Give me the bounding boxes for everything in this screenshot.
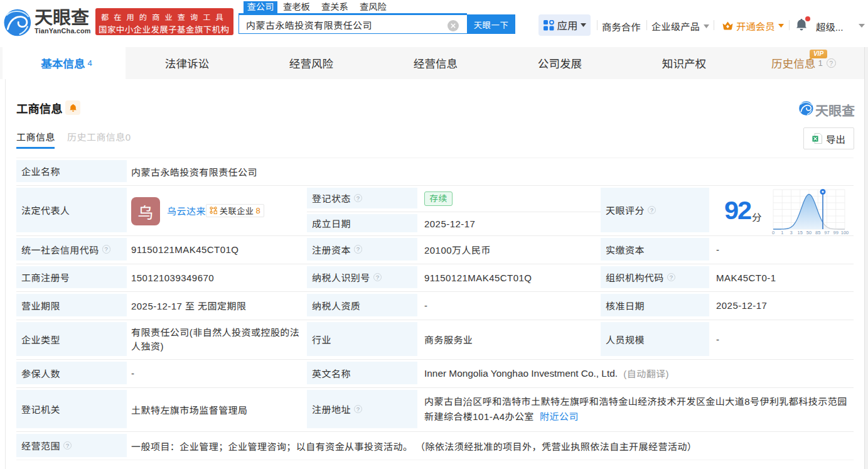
svg-text:100: 100 xyxy=(841,230,849,235)
svg-text:3: 3 xyxy=(790,230,792,235)
svg-text:97: 97 xyxy=(824,230,829,235)
svg-text:15: 15 xyxy=(798,230,803,235)
svg-text:1: 1 xyxy=(781,230,783,235)
svg-text:0: 0 xyxy=(772,230,774,235)
svg-text:85: 85 xyxy=(815,230,820,235)
svg-text:50: 50 xyxy=(806,230,812,235)
svg-text:99: 99 xyxy=(833,230,839,235)
